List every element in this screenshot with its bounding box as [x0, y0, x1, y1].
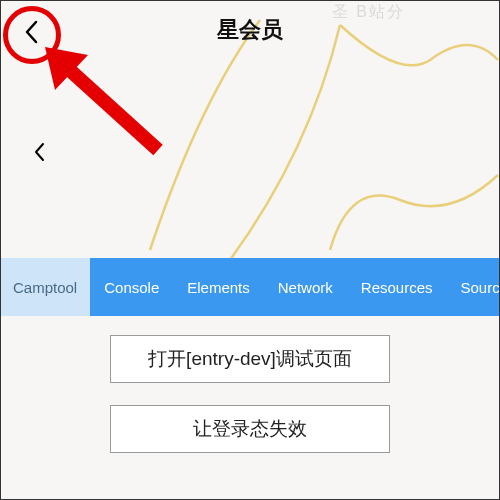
- back-button[interactable]: [18, 18, 46, 46]
- tab-elements[interactable]: Elements: [173, 258, 264, 316]
- svg-line-0: [62, 63, 158, 150]
- tab-console[interactable]: Console: [90, 258, 173, 316]
- tab-camptool[interactable]: Camptool: [0, 258, 90, 316]
- annotation-arrow: [40, 42, 170, 162]
- secondary-back-button[interactable]: [30, 138, 50, 166]
- open-debug-button[interactable]: 打开[entry-dev]调试页面: [110, 335, 390, 383]
- action-buttons: 打开[entry-dev]调试页面 让登录态失效: [0, 335, 500, 453]
- chevron-left-icon: [24, 20, 40, 44]
- header: 星会员: [0, 0, 500, 60]
- tab-network[interactable]: Network: [264, 258, 347, 316]
- chevron-left-icon: [34, 142, 46, 162]
- page-title: 星会员: [217, 15, 283, 45]
- invalidate-login-button[interactable]: 让登录态失效: [110, 405, 390, 453]
- devtools-tabs: Camptool Console Elements Network Resour…: [0, 258, 500, 316]
- tab-source[interactable]: Source: [447, 258, 501, 316]
- tab-resources[interactable]: Resources: [347, 258, 447, 316]
